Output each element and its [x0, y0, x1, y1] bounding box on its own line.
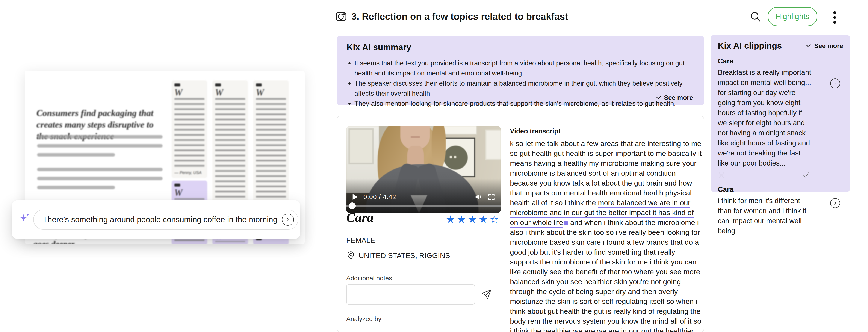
chevron-right-icon [833, 81, 838, 86]
send-note-button[interactable] [480, 289, 492, 300]
quote-dropcap: W [215, 88, 245, 97]
prompt-submit-button[interactable] [282, 213, 294, 226]
clipping-text: i think for men it's different than for … [718, 196, 812, 236]
chevron-down-icon [805, 43, 812, 49]
summary-bullet-list: It seems that the text you provided is a… [347, 58, 694, 108]
chevron-down-icon [655, 94, 661, 101]
send-icon [480, 289, 492, 300]
kebab-menu-button[interactable] [833, 11, 836, 24]
quote-card: W — Penny, USA [212, 80, 248, 221]
x-icon [718, 171, 725, 179]
quote-text-placeholder [175, 98, 205, 167]
video-time-display: 0:00 / 4:42 [364, 193, 396, 201]
speaker-badge [175, 84, 180, 87]
transcript-title: Video transcript [510, 127, 703, 135]
reject-clipping-button[interactable] [718, 171, 725, 179]
summary-bullet: The speaker discusses their efforts to m… [347, 78, 686, 98]
document-paragraph [37, 135, 163, 162]
star-rating[interactable]: ★★★★☆ [446, 213, 500, 225]
respondent-location-row: UNITED STATES, RIGGINS [346, 251, 450, 260]
summary-title: Kix AI summary [347, 42, 694, 52]
clipping-speaker: Cara [718, 57, 843, 65]
transcript-after: and when i think about the microbiome i … [510, 218, 701, 332]
speaker-badge [175, 184, 180, 187]
quote-attribution: — Penny, USA [175, 170, 205, 175]
kix-ai-clippings-panel: Kix AI clippings See more Cara Breakfast… [711, 35, 850, 192]
transcript-text: k so let me talk about a few areas that … [510, 138, 703, 332]
video-transcript-section: Video transcript k so let me talk about … [510, 127, 703, 332]
additional-notes-input[interactable] [346, 285, 475, 304]
search-button[interactable] [749, 10, 762, 23]
summary-see-more-button[interactable]: See more [655, 94, 693, 101]
clippings-see-more-button[interactable]: See more [805, 42, 843, 49]
document-paragraph [37, 168, 163, 195]
play-icon[interactable] [352, 193, 358, 201]
clippings-title: Kix AI clippings [718, 41, 782, 51]
quote-dropcap: W [175, 188, 205, 197]
ai-prompt-panel [12, 200, 300, 239]
clipping-text: Breakfast is a really important impact o… [718, 67, 812, 168]
video-progress-thumb[interactable] [349, 202, 356, 209]
accept-clipping-button[interactable] [802, 171, 810, 179]
quote-card: W — Penny, USA [172, 80, 207, 178]
respondent-card: 0:00 / 4:42 Cara ★★★★☆ FEMALE UNITED STA… [337, 116, 704, 332]
sparkle-icon [18, 212, 32, 225]
transcript-before: k so let me talk about a few areas that … [510, 139, 702, 207]
fullscreen-icon[interactable] [488, 193, 495, 201]
location-pin-icon [346, 251, 355, 260]
speaker-badge [256, 84, 262, 87]
respondent-name: Cara [346, 210, 373, 225]
check-icon [802, 171, 810, 179]
volume-icon[interactable] [474, 193, 483, 201]
chevron-right-icon [285, 217, 291, 223]
clipping-open-button[interactable] [830, 198, 840, 208]
prompt-input-box [33, 209, 298, 230]
video-progress-bar[interactable] [346, 205, 501, 207]
quote-dropcap: W [256, 88, 286, 97]
summary-bullet: It seems that the text you provided is a… [347, 58, 686, 78]
quote-text-placeholder [215, 98, 245, 210]
highlights-button[interactable]: Highlights [768, 7, 817, 26]
quote-text-placeholder [215, 241, 245, 242]
summary-bullet: They also mention looking for skincare p… [347, 98, 686, 108]
respondent-gender: FEMALE [346, 236, 375, 244]
quote-dropcap: W [175, 88, 205, 97]
camera-icon [335, 10, 347, 23]
clipping-speaker: Cara [718, 185, 843, 194]
clipping-item: Cara Breakfast is a really important imp… [718, 57, 843, 179]
search-icon [749, 10, 762, 23]
chevron-right-icon [833, 201, 838, 205]
video-player[interactable]: 0:00 / 4:42 [346, 126, 501, 213]
additional-notes-label: Additional notes [346, 274, 392, 282]
kix-ai-summary-panel: Kix AI summary It seems that the text yo… [337, 36, 704, 105]
respondent-location: UNITED STATES, RIGGINS [359, 252, 450, 260]
page-title: 3. Reflection on a few topics related to… [351, 11, 568, 22]
speaker-badge [215, 84, 221, 87]
clipping-item: Cara i think for men it's different than… [718, 185, 843, 236]
prompt-input[interactable] [43, 215, 282, 224]
clipping-open-button[interactable] [830, 78, 840, 88]
highlights-button-label: Highlights [776, 12, 809, 21]
highlight-handle-dot[interactable] [564, 221, 568, 225]
analyzed-by-label: Analyzed by [346, 315, 381, 323]
